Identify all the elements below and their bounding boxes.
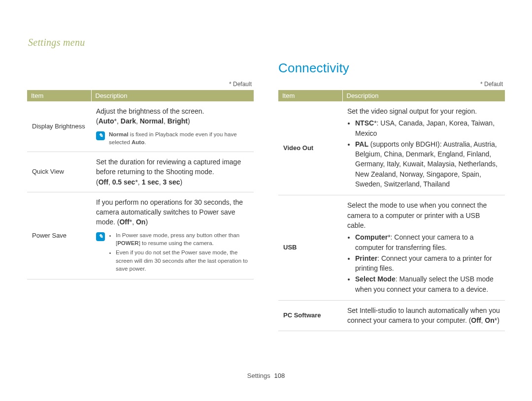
th-description: Description xyxy=(91,90,254,101)
table-row: Quick ViewSet the duration for reviewing… xyxy=(27,152,254,192)
row-item: Power Save xyxy=(27,192,91,279)
row-item: Quick View xyxy=(27,152,91,192)
row-description: If you perform no operations for 30 seco… xyxy=(91,192,254,279)
page-columns: * Default Item Description Display Brigh… xyxy=(27,61,505,331)
table-row: Video OutSet the video signal output for… xyxy=(278,101,505,195)
note-text: In Power save mode, press any button oth… xyxy=(109,231,249,274)
row-description: Select the mode to use when you connect … xyxy=(342,195,505,301)
footer-section: Settings xyxy=(247,372,270,379)
th-item: Item xyxy=(278,90,342,101)
settings-table-left: Item Description Display BrightnessAdjus… xyxy=(27,90,254,279)
note-icon: ✎ xyxy=(96,131,105,140)
row-description: Set the video signal output for your reg… xyxy=(342,101,505,195)
manual-page: Settings menu * Default Item Description… xyxy=(0,0,532,401)
default-note-right: * Default xyxy=(278,81,505,90)
note-text: Normal is fixed in Playback mode even if… xyxy=(109,130,249,147)
row-item: USB xyxy=(278,195,342,301)
row-item: Video Out xyxy=(278,101,342,195)
row-description: Adjust the brightness of the screen.(Aut… xyxy=(91,101,254,152)
row-description: Set Intelli-studio to launch automatical… xyxy=(342,301,505,331)
footer-page-number: 108 xyxy=(274,372,285,379)
row-description: Set the duration for reviewing a capture… xyxy=(91,152,254,192)
section-title: Connectivity xyxy=(278,61,505,76)
table-header-row: Item Description xyxy=(278,90,505,101)
th-item: Item xyxy=(27,90,91,101)
table-row: Power SaveIf you perform no operations f… xyxy=(27,192,254,279)
settings-table-right: Item Description Video OutSet the video … xyxy=(278,90,505,331)
table-row: Display BrightnessAdjust the brightness … xyxy=(27,101,254,152)
note-icon: ✎ xyxy=(96,232,105,241)
table-row: PC SoftwareSet Intelli-studio to launch … xyxy=(278,301,505,331)
row-item: PC Software xyxy=(278,301,342,331)
table-row: USBSelect the mode to use when you conne… xyxy=(278,195,505,301)
page-footer: Settings 108 xyxy=(0,372,532,379)
col-left: * Default Item Description Display Brigh… xyxy=(27,61,254,331)
col-right: Connectivity * Default Item Description … xyxy=(278,61,505,331)
breadcrumb: Settings menu xyxy=(28,37,505,48)
table-header-row: Item Description xyxy=(27,90,254,101)
th-description: Description xyxy=(342,90,505,101)
row-item: Display Brightness xyxy=(27,101,91,152)
default-note-left: * Default xyxy=(27,81,254,90)
